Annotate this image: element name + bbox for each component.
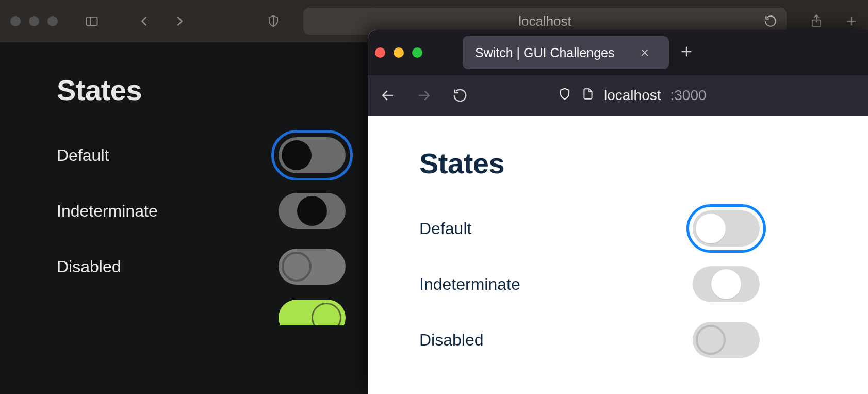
- switch-thumb-icon: [696, 214, 726, 243]
- browser-tab[interactable]: Switch | GUI Challenges: [463, 36, 669, 69]
- switch-indeterminate[interactable]: [279, 193, 346, 229]
- new-tab-button[interactable]: [840, 10, 863, 32]
- firefox-traffic-lights: [375, 47, 422, 58]
- new-tab-button[interactable]: [679, 44, 694, 61]
- traffic-minimize-icon[interactable]: [394, 47, 404, 58]
- state-row-disabled: Disabled: [57, 239, 346, 294]
- switch-disabled: [693, 322, 760, 358]
- back-button[interactable]: [133, 10, 156, 32]
- switch-indeterminate[interactable]: [693, 266, 760, 302]
- traffic-zoom-icon[interactable]: [47, 16, 58, 26]
- state-row-indeterminate: Indeterminate: [57, 183, 346, 239]
- state-label: Indeterminate: [419, 275, 520, 294]
- firefox-window: Switch | GUI Challenges localhost:3000: [368, 30, 868, 394]
- switch-default[interactable]: [693, 210, 760, 247]
- state-row-disabled: Disabled: [419, 312, 760, 368]
- site-info-icon[interactable]: [581, 87, 595, 104]
- switch-thumb-icon: [297, 196, 327, 226]
- safari-address-text: localhost: [518, 13, 571, 29]
- switch-thumb-icon: [696, 325, 726, 355]
- state-row-disabled-checked: [57, 294, 346, 325]
- share-button[interactable]: [805, 10, 828, 32]
- forward-button: [413, 85, 435, 106]
- state-label: Indeterminate: [57, 202, 158, 221]
- traffic-minimize-icon[interactable]: [29, 16, 39, 26]
- traffic-zoom-icon[interactable]: [412, 47, 422, 58]
- firefox-address-bar[interactable]: localhost:3000: [485, 81, 859, 109]
- state-label: Disabled: [57, 257, 121, 276]
- switch-thumb-icon: [282, 252, 312, 282]
- traffic-close-icon[interactable]: [375, 47, 385, 58]
- forward-button[interactable]: [168, 10, 191, 32]
- sidebar-toggle-button[interactable]: [80, 10, 103, 32]
- state-row-indeterminate: Indeterminate: [419, 256, 760, 312]
- switch-thumb-icon: [282, 140, 312, 170]
- safari-traffic-lights: [10, 16, 58, 26]
- close-tab-button[interactable]: [640, 47, 650, 58]
- tracking-shield-icon[interactable]: [558, 87, 572, 105]
- switch-default[interactable]: [279, 137, 346, 173]
- state-row-default: Default: [419, 201, 760, 256]
- svg-rect-0: [87, 17, 97, 25]
- switch-thumb-icon: [312, 303, 341, 325]
- traffic-close-icon[interactable]: [10, 16, 21, 26]
- address-host: localhost: [604, 87, 661, 104]
- state-label: Default: [57, 146, 109, 165]
- firefox-page-content: States Default Indeterminate Disabled: [368, 116, 868, 394]
- state-label: Disabled: [419, 331, 484, 350]
- firefox-tabstrip: Switch | GUI Challenges: [368, 30, 868, 75]
- state-label: Default: [419, 219, 471, 238]
- reload-button[interactable]: [764, 14, 777, 28]
- page-title: States: [419, 146, 816, 180]
- privacy-shield-icon[interactable]: [262, 10, 285, 32]
- switch-thumb-icon: [711, 269, 741, 299]
- firefox-navbar: localhost:3000: [368, 75, 868, 116]
- back-button[interactable]: [377, 85, 399, 106]
- reload-button[interactable]: [449, 85, 471, 106]
- switch-disabled: [279, 249, 346, 285]
- switch-disabled-checked: [279, 300, 346, 325]
- address-port: :3000: [670, 87, 707, 104]
- tab-title: Switch | GUI Challenges: [475, 45, 615, 60]
- state-row-default: Default: [57, 127, 346, 183]
